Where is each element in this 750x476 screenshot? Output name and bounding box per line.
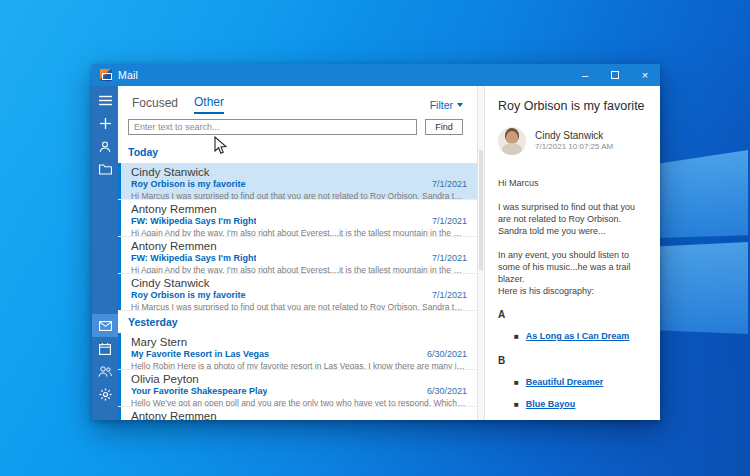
windows-logo-pane-bottom — [656, 242, 748, 334]
mail-envelope-icon — [99, 321, 112, 331]
email-row[interactable]: Olivia Peyton Your Favorite Shakespeare … — [118, 370, 477, 407]
search-bar: Find — [118, 114, 477, 141]
message-body: Hi Marcus I was surprised to find out th… — [498, 163, 647, 420]
list-scrollbar[interactable] — [477, 86, 484, 420]
plus-icon — [100, 118, 111, 129]
nav-rail — [92, 86, 118, 420]
desktop-wallpaper: Mail – × — [0, 0, 750, 476]
email-sender: Cindy Stanwick — [131, 166, 467, 179]
chevron-down-icon — [457, 103, 463, 107]
email-date: 6/30/2021 — [427, 349, 467, 360]
folders-button[interactable] — [92, 158, 118, 181]
window-title: Mail — [118, 69, 138, 81]
email-preview: Hi Marcus I was surprised to find out th… — [131, 191, 467, 200]
minimize-button[interactable]: – — [570, 64, 600, 86]
bullet-icon: ■ — [514, 331, 519, 343]
email-subject: Your Favorite Shakespeare Play — [131, 386, 267, 397]
body-paragraph: In any event, you should listen to some … — [498, 249, 647, 285]
email-row[interactable]: Antony Remmen FW: Wikipedia Says I'm Rig… — [118, 200, 477, 237]
search-input[interactable] — [128, 119, 417, 135]
discography-letter: B — [498, 355, 647, 367]
email-preview: Hi Again And by the way, I'm also right … — [131, 228, 467, 237]
email-subject: My Favorite Resort in Las Vegas — [131, 349, 269, 360]
bullet-icon: ■ — [514, 399, 519, 411]
maximize-icon — [611, 71, 619, 79]
discography-item: ■ Blue Bayou — [498, 389, 647, 411]
unread-indicator — [118, 370, 121, 406]
inbox-tabs: Focused Other Filter — [118, 86, 477, 114]
sender-block: Cindy Stanwick 7/1/2021 10:07:25 AM — [498, 125, 647, 163]
song-link[interactable]: As Long as I Can Dream — [526, 330, 630, 342]
email-row[interactable]: Cindy Stanwick Roy Orbison is my favorit… — [118, 274, 477, 311]
email-sender: Antony Remmen — [131, 240, 467, 253]
unread-indicator — [118, 333, 121, 369]
mail-app-window: Mail – × — [92, 64, 660, 420]
folder-icon — [99, 164, 112, 175]
mail-app-icon — [100, 69, 112, 81]
scrollbar-thumb[interactable] — [479, 150, 483, 270]
message-list-pane: Focused Other Filter Find Today — [118, 86, 484, 420]
email-row[interactable]: Antony Remmen Wikipedia Says I'm Right 6… — [118, 407, 477, 420]
discography-item: ■ As Long as I Can Dream — [498, 321, 647, 343]
email-date: 7/1/2021 — [432, 179, 467, 190]
email-preview: Hi Again And by the way, I'm also right … — [131, 265, 467, 274]
group-header-yesterday: Yesterday — [118, 311, 477, 333]
email-row[interactable]: Cindy Stanwick Roy Orbison is my favorit… — [118, 163, 477, 200]
email-date: 7/1/2021 — [432, 290, 467, 301]
hamburger-menu-button[interactable] — [92, 89, 118, 112]
email-sender: Antony Remmen — [131, 203, 467, 216]
settings-nav-button[interactable] — [92, 383, 118, 406]
discography-letter: A — [498, 309, 647, 321]
body-greeting: Hi Marcus — [498, 177, 647, 189]
email-row[interactable]: Antony Remmen FW: Wikipedia Says I'm Rig… — [118, 237, 477, 274]
song-link[interactable]: Blue Bayou — [526, 398, 576, 410]
mail-nav-button[interactable] — [92, 314, 118, 337]
discography-item: ■ Beautiful Dreamer — [498, 367, 647, 389]
email-row[interactable]: Mary Stern My Favorite Resort in Las Veg… — [118, 333, 477, 370]
body-paragraph: Here is his discography: — [498, 285, 647, 297]
tab-other[interactable]: Other — [194, 95, 224, 114]
email-preview: Hello We've got an open poll and you are… — [131, 398, 467, 407]
unread-indicator — [118, 163, 121, 199]
email-date: 6/30/2021 — [427, 386, 467, 397]
new-mail-button[interactable] — [92, 112, 118, 135]
email-subject: FW: Wikipedia Says I'm Right — [131, 253, 256, 264]
hamburger-menu-icon — [99, 95, 112, 106]
close-button[interactable]: × — [630, 64, 660, 86]
person-icon — [99, 141, 111, 153]
email-sender: Cindy Stanwick — [131, 277, 467, 290]
calendar-icon — [99, 343, 111, 355]
email-subject: Roy Orbison is my favorite — [131, 290, 246, 301]
email-sender: Olivia Peyton — [131, 373, 467, 386]
maximize-button[interactable] — [600, 64, 630, 86]
mouse-cursor-icon — [214, 136, 227, 155]
unread-indicator — [118, 200, 121, 236]
rail-spacer — [92, 181, 118, 314]
sender-name: Cindy Stanwick — [535, 130, 613, 142]
unread-indicator — [118, 407, 121, 420]
email-subject: Roy Orbison is my favorite — [131, 179, 246, 190]
calendar-nav-button[interactable] — [92, 337, 118, 360]
windows-logo-pane-top — [656, 150, 748, 238]
email-date: 7/1/2021 — [432, 253, 467, 264]
filter-label: Filter — [430, 99, 453, 111]
unread-indicator — [118, 274, 121, 310]
accounts-button[interactable] — [92, 135, 118, 158]
find-button[interactable]: Find — [425, 119, 463, 135]
email-sender: Antony Remmen — [131, 410, 467, 420]
body-paragraph: I was surprised to find out that you are… — [498, 201, 647, 237]
bullet-icon: ■ — [514, 377, 519, 389]
group-header-today: Today — [118, 141, 477, 163]
filter-dropdown[interactable]: Filter — [430, 99, 463, 111]
email-date: 7/1/2021 — [432, 216, 467, 227]
titlebar[interactable]: Mail – × — [92, 64, 660, 86]
sender-avatar[interactable] — [498, 127, 526, 155]
people-nav-button[interactable] — [92, 360, 118, 383]
settings-gear-icon — [99, 388, 112, 401]
tab-focused[interactable]: Focused — [132, 96, 178, 113]
people-icon — [98, 366, 112, 377]
song-link[interactable]: Beautiful Dreamer — [526, 376, 604, 388]
email-preview: Hello Robin Here is a photo of my favori… — [131, 361, 467, 370]
unread-indicator — [118, 237, 121, 273]
message-subject: Roy Orbison is my favorite — [498, 86, 647, 125]
